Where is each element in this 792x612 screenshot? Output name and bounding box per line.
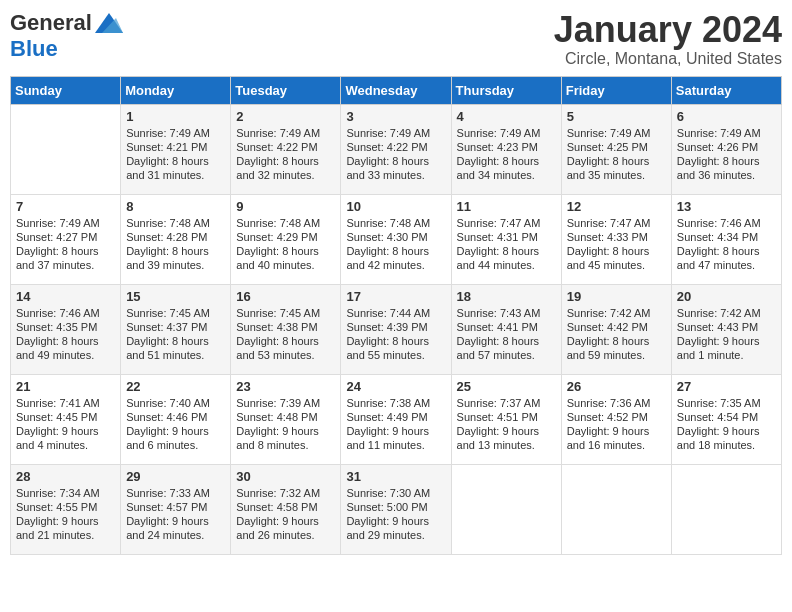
daylight-text: Daylight: 9 hours <box>346 514 445 528</box>
day-number: 5 <box>567 109 666 124</box>
calendar-cell: 23Sunrise: 7:39 AMSunset: 4:48 PMDayligh… <box>231 374 341 464</box>
sunset-text: Sunset: 4:52 PM <box>567 410 666 424</box>
main-title: January 2024 <box>554 10 782 50</box>
daylight-text: and 26 minutes. <box>236 528 335 542</box>
daylight-text: and 42 minutes. <box>346 258 445 272</box>
title-block: January 2024 Circle, Montana, United Sta… <box>554 10 782 68</box>
sunset-text: Sunset: 4:30 PM <box>346 230 445 244</box>
calendar-day-header: Monday <box>121 76 231 104</box>
calendar-cell: 4Sunrise: 7:49 AMSunset: 4:23 PMDaylight… <box>451 104 561 194</box>
calendar-table: SundayMondayTuesdayWednesdayThursdayFrid… <box>10 76 782 555</box>
daylight-text: and 44 minutes. <box>457 258 556 272</box>
sunset-text: Sunset: 4:49 PM <box>346 410 445 424</box>
sunrise-text: Sunrise: 7:49 AM <box>16 216 115 230</box>
sunrise-text: Sunrise: 7:44 AM <box>346 306 445 320</box>
calendar-cell: 27Sunrise: 7:35 AMSunset: 4:54 PMDayligh… <box>671 374 781 464</box>
daylight-text: Daylight: 8 hours <box>346 154 445 168</box>
daylight-text: Daylight: 9 hours <box>677 334 776 348</box>
sunrise-text: Sunrise: 7:42 AM <box>677 306 776 320</box>
calendar-cell: 28Sunrise: 7:34 AMSunset: 4:55 PMDayligh… <box>11 464 121 554</box>
logo: General Blue <box>10 10 123 62</box>
daylight-text: Daylight: 8 hours <box>126 244 225 258</box>
day-number: 6 <box>677 109 776 124</box>
sunrise-text: Sunrise: 7:48 AM <box>346 216 445 230</box>
daylight-text: and 35 minutes. <box>567 168 666 182</box>
daylight-text: and 34 minutes. <box>457 168 556 182</box>
sunset-text: Sunset: 4:23 PM <box>457 140 556 154</box>
day-number: 22 <box>126 379 225 394</box>
daylight-text: and 1 minute. <box>677 348 776 362</box>
daylight-text: Daylight: 8 hours <box>236 244 335 258</box>
sunset-text: Sunset: 4:22 PM <box>236 140 335 154</box>
daylight-text: Daylight: 8 hours <box>126 154 225 168</box>
sunset-text: Sunset: 4:58 PM <box>236 500 335 514</box>
sunset-text: Sunset: 4:55 PM <box>16 500 115 514</box>
calendar-cell: 15Sunrise: 7:45 AMSunset: 4:37 PMDayligh… <box>121 284 231 374</box>
sunset-text: Sunset: 4:26 PM <box>677 140 776 154</box>
sunset-text: Sunset: 4:22 PM <box>346 140 445 154</box>
calendar-day-header: Thursday <box>451 76 561 104</box>
daylight-text: Daylight: 8 hours <box>346 244 445 258</box>
daylight-text: and 49 minutes. <box>16 348 115 362</box>
daylight-text: Daylight: 8 hours <box>457 154 556 168</box>
daylight-text: Daylight: 9 hours <box>236 514 335 528</box>
calendar-cell: 18Sunrise: 7:43 AMSunset: 4:41 PMDayligh… <box>451 284 561 374</box>
sunrise-text: Sunrise: 7:47 AM <box>567 216 666 230</box>
sunset-text: Sunset: 4:39 PM <box>346 320 445 334</box>
sunrise-text: Sunrise: 7:49 AM <box>126 126 225 140</box>
day-number: 15 <box>126 289 225 304</box>
sunrise-text: Sunrise: 7:36 AM <box>567 396 666 410</box>
calendar-cell: 16Sunrise: 7:45 AMSunset: 4:38 PMDayligh… <box>231 284 341 374</box>
daylight-text: and 21 minutes. <box>16 528 115 542</box>
calendar-day-header: Tuesday <box>231 76 341 104</box>
calendar-day-header: Saturday <box>671 76 781 104</box>
sunrise-text: Sunrise: 7:43 AM <box>457 306 556 320</box>
daylight-text: and 16 minutes. <box>567 438 666 452</box>
daylight-text: Daylight: 8 hours <box>457 244 556 258</box>
day-number: 31 <box>346 469 445 484</box>
daylight-text: and 39 minutes. <box>126 258 225 272</box>
calendar-cell: 2Sunrise: 7:49 AMSunset: 4:22 PMDaylight… <box>231 104 341 194</box>
calendar-day-header: Friday <box>561 76 671 104</box>
daylight-text: Daylight: 9 hours <box>346 424 445 438</box>
sunrise-text: Sunrise: 7:48 AM <box>236 216 335 230</box>
sunrise-text: Sunrise: 7:33 AM <box>126 486 225 500</box>
daylight-text: Daylight: 8 hours <box>567 244 666 258</box>
sunset-text: Sunset: 4:27 PM <box>16 230 115 244</box>
daylight-text: Daylight: 9 hours <box>126 424 225 438</box>
calendar-cell: 5Sunrise: 7:49 AMSunset: 4:25 PMDaylight… <box>561 104 671 194</box>
calendar-cell: 29Sunrise: 7:33 AMSunset: 4:57 PMDayligh… <box>121 464 231 554</box>
daylight-text: and 36 minutes. <box>677 168 776 182</box>
day-number: 16 <box>236 289 335 304</box>
daylight-text: Daylight: 9 hours <box>236 424 335 438</box>
daylight-text: and 47 minutes. <box>677 258 776 272</box>
daylight-text: Daylight: 8 hours <box>457 334 556 348</box>
daylight-text: Daylight: 9 hours <box>16 514 115 528</box>
calendar-day-header: Wednesday <box>341 76 451 104</box>
day-number: 29 <box>126 469 225 484</box>
calendar-cell: 22Sunrise: 7:40 AMSunset: 4:46 PMDayligh… <box>121 374 231 464</box>
sunset-text: Sunset: 4:57 PM <box>126 500 225 514</box>
daylight-text: Daylight: 8 hours <box>236 154 335 168</box>
daylight-text: and 11 minutes. <box>346 438 445 452</box>
sunset-text: Sunset: 4:42 PM <box>567 320 666 334</box>
day-number: 27 <box>677 379 776 394</box>
calendar-cell: 25Sunrise: 7:37 AMSunset: 4:51 PMDayligh… <box>451 374 561 464</box>
daylight-text: Daylight: 8 hours <box>677 244 776 258</box>
daylight-text: and 59 minutes. <box>567 348 666 362</box>
day-number: 4 <box>457 109 556 124</box>
daylight-text: and 8 minutes. <box>236 438 335 452</box>
daylight-text: and 13 minutes. <box>457 438 556 452</box>
daylight-text: and 6 minutes. <box>126 438 225 452</box>
sunrise-text: Sunrise: 7:32 AM <box>236 486 335 500</box>
sunrise-text: Sunrise: 7:46 AM <box>677 216 776 230</box>
logo-blue: Blue <box>10 36 58 62</box>
day-number: 25 <box>457 379 556 394</box>
sunset-text: Sunset: 4:46 PM <box>126 410 225 424</box>
day-number: 17 <box>346 289 445 304</box>
calendar-week-row: 14Sunrise: 7:46 AMSunset: 4:35 PMDayligh… <box>11 284 782 374</box>
daylight-text: and 40 minutes. <box>236 258 335 272</box>
sunrise-text: Sunrise: 7:46 AM <box>16 306 115 320</box>
sunset-text: Sunset: 4:45 PM <box>16 410 115 424</box>
calendar-cell: 26Sunrise: 7:36 AMSunset: 4:52 PMDayligh… <box>561 374 671 464</box>
